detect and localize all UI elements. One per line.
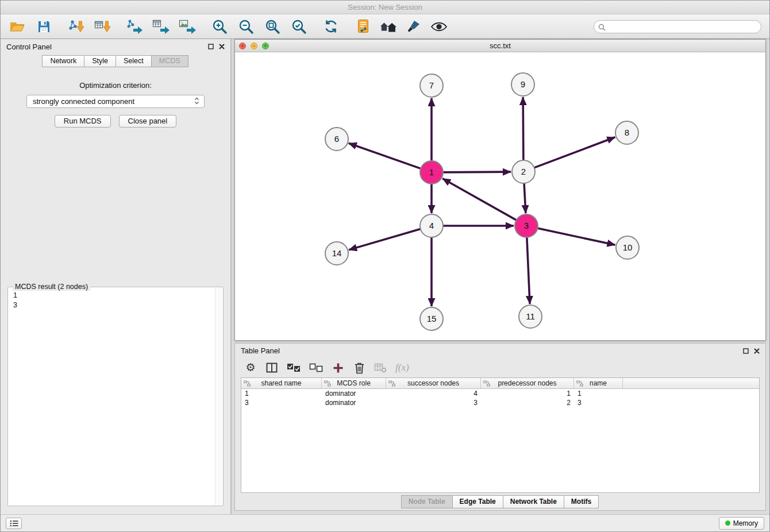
edge-1-to-6[interactable] (349, 143, 421, 168)
node-4[interactable]: 4 (420, 214, 443, 237)
window-zoom-button[interactable]: + (262, 43, 269, 49)
select-arrows-icon (194, 97, 200, 106)
export-network-button[interactable] (126, 18, 143, 35)
window-traffic-lights: × − + (239, 43, 269, 49)
delete-column-button[interactable] (353, 361, 365, 375)
node-1[interactable]: 1 (420, 161, 443, 184)
show-hide-eye-button[interactable] (430, 18, 448, 35)
edge-3-to-10[interactable] (538, 228, 615, 245)
style-brush-button[interactable] (405, 18, 422, 35)
network-canvas[interactable]: 7968124314101511 (235, 52, 765, 340)
float-window-icon (208, 44, 214, 49)
open-session-button[interactable] (9, 18, 26, 35)
column-type-icon (324, 380, 331, 388)
import-network-icon (68, 20, 84, 33)
column-header-MCDS-role[interactable]: MCDS role (322, 378, 386, 388)
column-header-shared-name[interactable]: shared name (241, 378, 322, 388)
edge-2-to-3[interactable] (524, 183, 526, 213)
node-11[interactable]: 11 (519, 305, 542, 328)
node-7[interactable]: 7 (420, 74, 443, 97)
edge-2-to-9[interactable] (523, 97, 523, 160)
node-8[interactable]: 8 (615, 121, 638, 144)
edge-2-to-8[interactable] (534, 137, 615, 168)
apply-layout-button[interactable] (355, 18, 372, 35)
edge-3-to-11[interactable] (527, 237, 530, 304)
save-session-button[interactable] (35, 18, 52, 35)
function-builder-button: f(x) (395, 361, 409, 375)
zoom-fit-icon (265, 19, 280, 34)
zoom-fit-button[interactable] (264, 18, 281, 35)
table-cell: 4 (386, 390, 481, 398)
export-table-button[interactable] (152, 18, 170, 35)
unchecked-boxes-icon (309, 363, 323, 372)
window-title: Session: New Session (348, 3, 422, 11)
run-mcds-button[interactable]: Run MCDS (55, 115, 111, 128)
criterion-select[interactable]: strongly connected component (26, 95, 205, 108)
node-3[interactable]: 3 (515, 214, 538, 237)
result-scrollbar[interactable] (215, 288, 222, 505)
column-header-successor-nodes[interactable]: successor nodes (386, 378, 481, 388)
application-window: Session: New Session (0, 0, 770, 532)
edge-4-to-14[interactable] (349, 229, 421, 250)
table-panel-title: Table Panel (241, 346, 280, 355)
column-header-name[interactable]: name (574, 378, 623, 388)
tab-network-table[interactable]: Network Table (503, 495, 564, 508)
zoom-in-button[interactable] (211, 18, 228, 35)
tab-mcds[interactable]: MCDS (151, 55, 188, 67)
tab-style[interactable]: Style (84, 55, 116, 67)
show-panels-button[interactable] (6, 518, 22, 529)
float-table-panel-button[interactable] (743, 348, 749, 354)
close-table-panel-button[interactable] (754, 348, 760, 354)
table-row[interactable]: 3dominator323 (241, 398, 759, 407)
table-row[interactable]: 1dominator411 (241, 389, 759, 398)
import-network-button[interactable] (67, 18, 84, 35)
zoom-selected-button[interactable] (290, 18, 307, 35)
node-2[interactable]: 2 (512, 160, 535, 183)
fx-icon: f(x) (395, 362, 409, 373)
edge-1-to-2[interactable] (443, 172, 511, 172)
home-networks-button[interactable] (380, 18, 397, 35)
node-10[interactable]: 10 (616, 236, 639, 259)
select-all-columns-button[interactable] (287, 361, 301, 375)
node-label: 14 (332, 248, 342, 258)
result-line: 3 (13, 300, 218, 310)
tab-node-table[interactable]: Node Table (401, 495, 453, 508)
tab-motifs[interactable]: Motifs (564, 495, 599, 508)
tab-edge-table[interactable]: Edge Table (452, 495, 503, 508)
checked-boxes-icon (287, 363, 301, 372)
node-9[interactable]: 9 (511, 73, 534, 96)
window-minimize-button[interactable]: − (251, 43, 257, 49)
table-cell: dominator (322, 390, 386, 398)
node-label: 10 (623, 242, 633, 252)
window-close-button[interactable]: × (239, 43, 246, 49)
edge-3-to-1[interactable] (442, 179, 516, 220)
search-input[interactable] (594, 20, 761, 33)
node-6[interactable]: 6 (325, 128, 348, 151)
zoom-out-button[interactable] (237, 18, 255, 35)
mcds-result-title: MCDS result (2 nodes) (13, 283, 90, 291)
deselect-all-columns-button[interactable] (309, 361, 323, 375)
paint-brush-icon (407, 20, 421, 33)
show-column-panel-button[interactable] (265, 361, 278, 375)
close-control-panel-button[interactable] (219, 44, 225, 49)
mcds-result-text[interactable]: 13 (8, 287, 223, 506)
table-settings-button[interactable]: ⚙ (244, 361, 257, 375)
refresh-button[interactable] (322, 18, 340, 35)
import-table-button[interactable] (94, 18, 111, 35)
column-header-predecessor-nodes[interactable]: predecessor nodes (481, 378, 574, 388)
export-table-icon (152, 19, 170, 34)
tab-select[interactable]: Select (116, 55, 152, 67)
mcds-result-box: MCDS result (2 nodes) 13 (7, 287, 224, 506)
layout-document-icon (356, 19, 370, 34)
memory-button[interactable]: Memory (719, 517, 764, 530)
node-14[interactable]: 14 (325, 242, 348, 265)
close-panel-button[interactable]: Close panel (119, 115, 177, 128)
create-column-button[interactable] (332, 361, 344, 375)
tab-network[interactable]: Network (42, 55, 84, 67)
export-image-button[interactable] (179, 18, 196, 35)
node-15[interactable]: 15 (420, 307, 443, 330)
network-window-titlebar[interactable]: scc.txt × − + (235, 40, 765, 52)
network-window-title: scc.txt (235, 41, 765, 50)
float-control-panel-button[interactable] (208, 44, 214, 49)
result-line: 1 (13, 291, 218, 300)
